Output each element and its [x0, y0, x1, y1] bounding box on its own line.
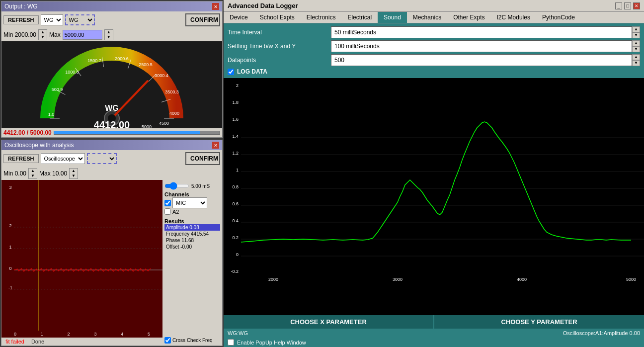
svg-text:1.4: 1.4: [232, 134, 239, 139]
adl-title: Advanced Data Logger: [228, 2, 298, 9]
svg-text:2000.6: 2000.6: [115, 56, 129, 61]
osc-refresh[interactable]: REFRESH: [3, 154, 39, 163]
menu-mechanics[interactable]: Mechanics: [407, 12, 447, 23]
result-frequency[interactable]: Frequency 4415.54: [164, 231, 220, 237]
osc-min-down[interactable]: ▼: [29, 174, 37, 178]
osc-min-label: Min 0.00: [3, 170, 26, 177]
datapoints-down[interactable]: ▼: [632, 60, 640, 66]
log-data-checkbox[interactable]: [228, 69, 234, 75]
svg-text:0.2: 0.2: [232, 235, 239, 240]
menu-electronics[interactable]: Electronics: [301, 12, 342, 23]
time-interval-input[interactable]: [331, 26, 632, 38]
menu-school[interactable]: School Expts: [254, 12, 301, 23]
settling-time-down[interactable]: ▼: [632, 46, 640, 52]
osc-x-4: 4: [121, 332, 123, 337]
datapoints-up[interactable]: ▲: [632, 54, 640, 60]
osc-select[interactable]: Oscilloscope: [41, 153, 85, 164]
time-interval-up[interactable]: ▲: [632, 26, 640, 32]
osc-x-0: 0: [14, 332, 16, 337]
svg-text:0: 0: [236, 252, 239, 257]
cross-check-label: Cross Check Freq: [172, 338, 213, 343]
svg-text:5000: 5000: [626, 277, 636, 282]
svg-text:4412.00: 4412.00: [94, 119, 130, 128]
output-wg-refresh[interactable]: REFRESH: [3, 15, 39, 24]
osc-confirm[interactable]: CONFIRM: [185, 152, 220, 165]
osc-max-label: Max 10.00: [39, 170, 67, 177]
svg-text:1.0: 1.0: [48, 112, 55, 117]
cross-check-checkbox[interactable]: [164, 337, 171, 344]
svg-text:1: 1: [236, 168, 239, 173]
popup-checkbox[interactable]: [228, 339, 234, 346]
menu-electrical[interactable]: Electrical: [341, 12, 378, 23]
svg-text:5000: 5000: [142, 124, 152, 128]
osc-x-1: 1: [41, 332, 43, 337]
settling-time-input[interactable]: [331, 40, 632, 52]
svg-text:4500: 4500: [159, 121, 169, 126]
svg-line-20: [112, 81, 148, 118]
progress-bar: [54, 131, 220, 135]
chart-area: 2 1.8 1.6 1.4 1.2 1 0.8 0.6 0.4 0.2 0 -0…: [224, 78, 644, 315]
svg-text:3000.4: 3000.4: [155, 73, 168, 78]
max-down[interactable]: ▼: [105, 35, 113, 40]
datapoints-label: Datapoints: [228, 57, 327, 64]
adl-maximize[interactable]: □: [624, 2, 631, 9]
time-interval-label: Time Interval: [228, 29, 327, 36]
timescale-slider[interactable]: [164, 182, 189, 190]
mic-checkbox[interactable]: [164, 200, 171, 206]
svg-text:1500.7: 1500.7: [87, 58, 101, 63]
mic-select[interactable]: MIC: [172, 197, 207, 208]
svg-text:2: 2: [9, 223, 11, 228]
osc-dashed-select[interactable]: [87, 153, 117, 164]
max-up[interactable]: ▲: [105, 30, 113, 35]
output-wg-select[interactable]: WG: [41, 14, 63, 25]
adl-close[interactable]: ✕: [633, 2, 640, 9]
max-label: Max: [49, 31, 61, 38]
menu-python[interactable]: PythonCode: [536, 12, 581, 23]
choose-x-btn[interactable]: CHOOSE X PARAMETER: [224, 315, 433, 329]
results-label: Results: [164, 218, 220, 224]
settling-time-up[interactable]: ▲: [632, 40, 640, 46]
result-phase[interactable]: Phase 11.68: [164, 237, 220, 244]
output-wg-title: Output : WG: [4, 3, 38, 10]
status-left: WG:WG: [228, 330, 248, 336]
svg-text:3: 3: [9, 185, 11, 190]
svg-text:-1: -1: [8, 285, 12, 290]
value-progress: 4412.00 / 5000.00: [3, 129, 52, 136]
osc-max-up[interactable]: ▲: [70, 169, 78, 174]
osc-close[interactable]: ✕: [212, 142, 219, 149]
output-wg-close[interactable]: ✕: [212, 3, 219, 10]
menu-other[interactable]: Other Expts: [447, 12, 490, 23]
max-input[interactable]: [63, 30, 102, 40]
popup-label: Enable PopUp Help Window: [237, 340, 306, 346]
osc-title: Oscilloscope with analysis: [4, 142, 74, 149]
result-amplitude[interactable]: Amplitude 0.08: [164, 224, 220, 231]
settling-time-label: Settling Time b/w X and Y: [228, 43, 327, 50]
svg-text:2: 2: [236, 83, 239, 88]
a2-checkbox[interactable]: [164, 208, 171, 215]
fit-failed: fit failed: [3, 339, 26, 345]
min-up[interactable]: ▲: [39, 30, 47, 35]
menu-sound[interactable]: Sound: [378, 12, 407, 23]
menu-i2c[interactable]: I2C Modules: [491, 12, 536, 23]
osc-max-down[interactable]: ▼: [70, 174, 78, 178]
result-offset[interactable]: Offset -0.00: [164, 244, 220, 250]
menu-device[interactable]: Device: [224, 12, 254, 23]
output-wg-dashed-select[interactable]: WG: [65, 14, 95, 25]
svg-text:3000: 3000: [393, 277, 402, 282]
datapoints-input[interactable]: [331, 54, 632, 66]
choose-y-btn[interactable]: CHOOSE Y PARAMETER: [433, 315, 644, 329]
svg-text:0.6: 0.6: [232, 201, 239, 206]
svg-text:WG: WG: [105, 104, 119, 112]
channels-label: Channels: [164, 191, 220, 197]
status-right: Oscilloscope:A1:Amplitude 0.00: [563, 330, 640, 336]
osc-x-3: 3: [94, 332, 96, 337]
adl-minimize[interactable]: _: [615, 2, 622, 9]
svg-text:1: 1: [9, 245, 11, 250]
time-interval-down[interactable]: ▼: [632, 32, 640, 38]
min-down[interactable]: ▼: [39, 35, 47, 40]
osc-min-up[interactable]: ▲: [29, 169, 37, 174]
svg-text:1.2: 1.2: [232, 151, 239, 156]
output-wg-confirm[interactable]: CONFIRM: [185, 13, 220, 26]
osc-x-5: 5: [148, 332, 150, 337]
osc-x-2: 2: [68, 332, 70, 337]
